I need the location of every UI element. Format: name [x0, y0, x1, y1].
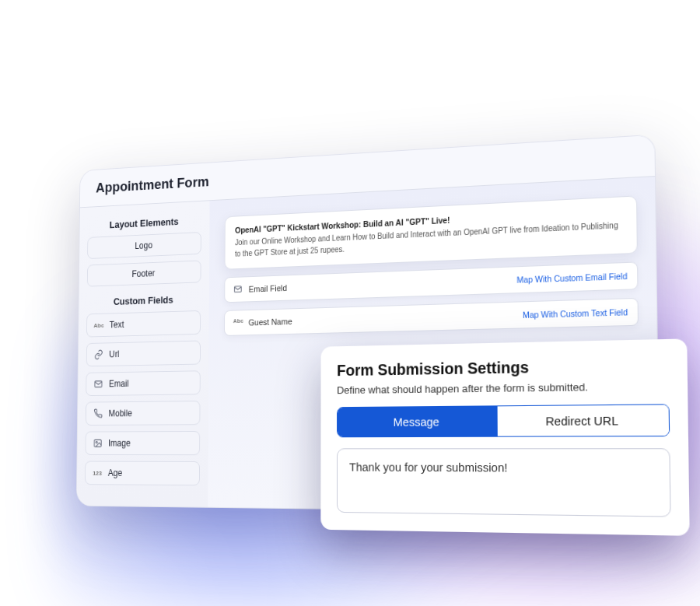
- custom-field-label: Text: [110, 319, 124, 330]
- phone-icon: [93, 408, 103, 419]
- scene-3d: Appointment Form Layout Elements Logo Fo…: [76, 134, 660, 513]
- custom-field-label: Mobile: [109, 408, 132, 419]
- custom-field-email[interactable]: Email: [86, 370, 200, 396]
- form-field-label: Email Field: [249, 283, 287, 293]
- custom-field-label: Age: [108, 468, 122, 478]
- form-field-left: Email Field: [233, 282, 287, 295]
- svg-point-2: [96, 441, 97, 443]
- custom-field-label: Image: [108, 438, 131, 448]
- stage: Appointment Form Layout Elements Logo Fo…: [0, 0, 700, 606]
- custom-field-mobile[interactable]: Mobile: [86, 401, 201, 426]
- image-icon: [93, 437, 103, 449]
- map-custom-text-link[interactable]: Map With Custom Text Field: [523, 307, 628, 320]
- layout-element-logo[interactable]: Logo: [87, 232, 201, 259]
- custom-field-age[interactable]: 123 Age: [85, 461, 200, 485]
- custom-field-label: Url: [109, 349, 119, 359]
- link-icon: [93, 349, 104, 360]
- custom-field-url[interactable]: Url: [86, 340, 201, 366]
- sidebar-section-layout-title: Layout Elements: [88, 215, 201, 232]
- map-custom-email-link[interactable]: Map With Custom Email Field: [516, 271, 627, 284]
- abc-icon: Abc: [93, 319, 104, 331]
- sidebar-section-custom-title: Custom Fields: [87, 293, 201, 308]
- custom-field-text[interactable]: Abc Text: [86, 310, 201, 338]
- svg-rect-0: [95, 381, 102, 387]
- custom-field-image[interactable]: Image: [85, 431, 200, 455]
- layout-item-label: Logo: [135, 240, 152, 250]
- layout-item-label: Footer: [131, 268, 155, 278]
- sidebar: Layout Elements Logo Footer Custom Field…: [77, 201, 210, 507]
